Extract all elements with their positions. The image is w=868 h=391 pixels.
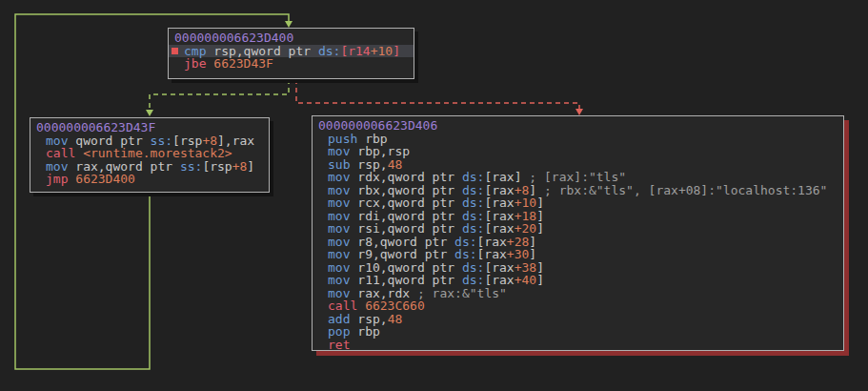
asm-row[interactable]: jbe 6623D43F	[169, 57, 414, 71]
block-instructions: mov qword ptr ss:[rsp+8],raxcall <runtim…	[30, 134, 269, 186]
asm-token-red: ret	[328, 338, 350, 352]
asm-token-red: jmp	[46, 172, 68, 186]
asm-token-addr: 6623D43F	[206, 56, 273, 71]
asm-token-num: +40	[515, 273, 536, 287]
asm-row[interactable]: mov r10,qword ptr ds:[rax+38]	[313, 261, 843, 275]
asm-token-op: ]	[247, 159, 254, 174]
asm-token-num: +8	[232, 159, 248, 174]
asm-row[interactable]: mov qword ptr ss:[rsp+8],rax	[30, 134, 269, 148]
asm-token-com: ; rbx:&"tls", [rax+08]:"localhost:136"	[536, 183, 827, 197]
asm-row[interactable]: jmp 6623D400	[30, 173, 269, 186]
edge-branch-not-taken	[296, 79, 579, 109]
asm-row[interactable]: mov rsi,qword ptr ds:[rax+20]	[313, 222, 843, 236]
asm-token-op: rbp	[350, 324, 379, 339]
asm-row[interactable]: sub rsp,48	[313, 158, 843, 172]
graph-canvas[interactable]: 000000006623D400 cmp rsp,qword ptr ds:[r…	[0, 0, 868, 391]
asm-row[interactable]: push rbp	[313, 133, 843, 146]
asm-row[interactable]: mov rax,rdx ; rax:&"tls"	[313, 287, 843, 300]
asm-token-red: [r14	[340, 44, 370, 58]
asm-token-op: ]	[536, 273, 544, 287]
asm-row[interactable]: cmp rsp,qword ptr ds:[r14+10]	[169, 45, 414, 58]
asm-token-op: [rsp	[202, 159, 232, 174]
asm-row[interactable]: pop rbp	[313, 325, 843, 339]
asm-row[interactable]: mov r8,qword ptr ds:[rax+28]	[313, 236, 843, 249]
block-instructions: cmp rsp,qword ptr ds:[r14+10]jbe 6623D43…	[169, 45, 414, 71]
asm-token-red: ]	[393, 44, 400, 58]
block-address: 000000006623D43F	[30, 121, 269, 134]
asm-row[interactable]: add rsp,48	[313, 313, 843, 326]
edge-branch-taken-arrowhead	[146, 110, 153, 116]
asm-row[interactable]: mov r9,qword ptr ds:[rax+30]	[313, 248, 843, 261]
block-6623d406[interactable]: 000000006623D406 push rbpmov rbp,rspsub …	[312, 115, 844, 351]
asm-row[interactable]: call <runtime.morestack2>	[30, 147, 269, 160]
asm-row[interactable]: mov rdi,qword ptr ds:[rax+18]	[313, 210, 843, 223]
asm-row[interactable]: mov rax,qword ptr ss:[rsp+8]	[30, 160, 269, 174]
asm-row[interactable]: mov rbx,qword ptr ds:[rax+8] ; rbx:&"tls…	[313, 184, 843, 197]
asm-token-mn: ds:	[318, 44, 340, 58]
block-6623d400[interactable]: 000000006623D400 cmp rsp,qword ptr ds:[r…	[168, 28, 414, 79]
edge-branch-not-taken-arrowhead	[575, 109, 583, 115]
edge-jmp-loop-arrowhead	[285, 21, 293, 28]
asm-token-red: jbe	[184, 56, 206, 71]
asm-token-addr: 6623D400	[68, 172, 134, 186]
block-instructions: push rbpmov rbp,rspsub rsp,48mov rdx,qwo…	[313, 133, 843, 352]
asm-row[interactable]: mov r11,qword ptr ds:[rax+40]	[313, 274, 843, 287]
asm-row[interactable]: mov rbp,rsp	[313, 145, 843, 158]
block-address: 000000006623D400	[169, 31, 414, 45]
asm-row[interactable]: mov rcx,qword ptr ds:[rax+10]	[313, 196, 843, 210]
asm-row[interactable]: mov rdx,qword ptr ds:[rax] ; [rax]:"tls"	[313, 171, 843, 184]
breakpoint-icon[interactable]	[172, 48, 178, 54]
asm-token-mn: ss:	[180, 159, 202, 174]
asm-row[interactable]: ret	[313, 339, 843, 352]
asm-token-op: ]	[536, 221, 544, 236]
asm-token-num: 48	[388, 312, 403, 326]
block-6623d43f[interactable]: 000000006623D43F mov qword ptr ss:[rsp+8…	[30, 117, 270, 193]
asm-row[interactable]: call 6623C660	[313, 299, 843, 313]
asm-token-num: +10	[371, 44, 393, 58]
edge-branch-taken	[150, 79, 289, 110]
block-address: 000000006623D406	[313, 119, 843, 133]
